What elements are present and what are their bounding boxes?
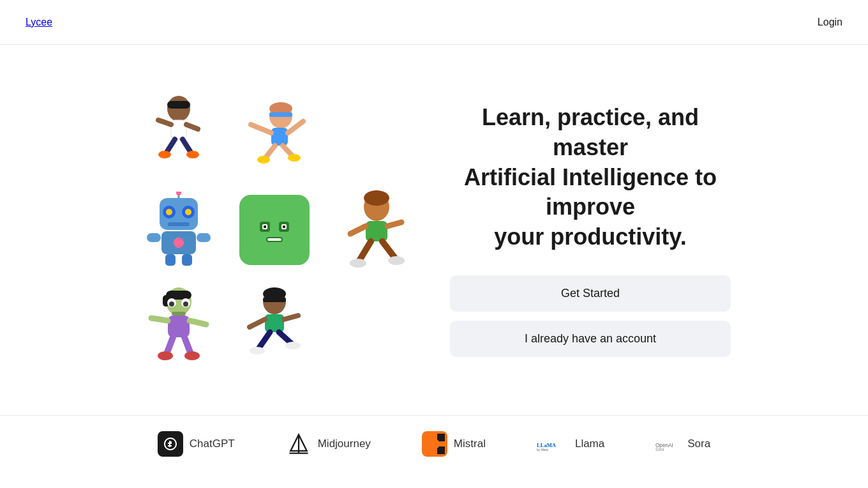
brand-midjourney: Midjourney xyxy=(286,431,371,457)
logo[interactable]: Lycee xyxy=(26,17,52,28)
brands-bar: ChatGPT Midjourney Mistral xyxy=(0,415,868,472)
svg-point-17 xyxy=(257,156,270,164)
svg-point-46 xyxy=(169,301,174,307)
svg-line-72 xyxy=(382,241,395,258)
brand-llama: LLaMA by Meta Llama xyxy=(537,434,604,454)
svg-rect-2 xyxy=(171,120,186,139)
svg-line-62 xyxy=(258,332,270,349)
svg-text:Sora: Sora xyxy=(655,447,664,452)
mistral-icon xyxy=(422,431,447,457)
midjourney-label: Midjourney xyxy=(318,438,371,450)
brand-mistral: Mistral xyxy=(422,431,486,457)
svg-rect-59 xyxy=(265,314,284,332)
svg-line-50 xyxy=(151,318,168,321)
svg-line-63 xyxy=(279,332,292,344)
character-2 xyxy=(239,102,310,166)
svg-point-23 xyxy=(185,209,191,215)
chatgpt-label: ChatGPT xyxy=(190,438,235,450)
character-running-girl xyxy=(239,287,310,364)
svg-rect-24 xyxy=(168,222,190,226)
already-have-account-button[interactable]: I already have an account xyxy=(450,321,731,357)
characters-grid xyxy=(137,93,316,367)
svg-point-74 xyxy=(388,256,405,265)
sora-icon: OpenAI Sora xyxy=(655,431,681,457)
chatgpt-icon xyxy=(158,431,183,457)
character-boy-running xyxy=(341,190,412,280)
svg-line-70 xyxy=(387,222,401,226)
brand-sora: OpenAI Sora Sora xyxy=(655,431,710,457)
svg-rect-1 xyxy=(167,101,190,109)
svg-rect-32 xyxy=(182,254,192,266)
svg-rect-68 xyxy=(366,221,387,241)
svg-line-53 xyxy=(184,337,191,354)
logo-text: Lycee xyxy=(26,17,52,27)
svg-rect-38 xyxy=(283,225,285,228)
brand-chatgpt: ChatGPT xyxy=(158,431,235,457)
mistral-label: Mistral xyxy=(454,438,486,450)
char-cell-1 xyxy=(137,93,220,176)
svg-rect-82 xyxy=(431,440,438,448)
svg-line-60 xyxy=(250,319,265,327)
svg-point-7 xyxy=(158,151,171,158)
char-cell-green xyxy=(233,188,316,271)
svg-rect-30 xyxy=(197,233,211,242)
svg-point-67 xyxy=(364,190,389,206)
sora-label: Sora xyxy=(687,438,710,450)
midjourney-icon xyxy=(286,431,311,457)
svg-point-22 xyxy=(166,209,172,215)
svg-point-55 xyxy=(184,351,200,360)
svg-rect-12 xyxy=(271,128,288,146)
svg-point-64 xyxy=(250,347,265,355)
svg-line-3 xyxy=(158,120,171,125)
svg-line-69 xyxy=(350,226,366,234)
svg-line-71 xyxy=(359,241,371,261)
svg-point-73 xyxy=(350,259,366,268)
char-cell-2 xyxy=(233,93,316,176)
hero-section: Learn, practice, and master Artificial I… xyxy=(0,45,868,415)
llama-icon: LLaMA by Meta xyxy=(537,434,569,454)
svg-rect-48 xyxy=(172,312,186,316)
hero-content: Learn, practice, and master Artificial I… xyxy=(450,103,731,357)
svg-line-13 xyxy=(251,125,271,133)
svg-line-52 xyxy=(167,337,173,354)
svg-rect-31 xyxy=(165,254,176,266)
char-cell-3 xyxy=(137,188,220,271)
svg-rect-11 xyxy=(269,112,292,117)
green-character xyxy=(239,195,310,265)
svg-rect-40 xyxy=(267,238,281,241)
svg-point-65 xyxy=(285,342,301,349)
svg-point-26 xyxy=(176,192,181,195)
char-extra-area xyxy=(354,190,412,270)
svg-rect-49 xyxy=(168,316,190,337)
svg-point-47 xyxy=(183,301,188,307)
svg-point-54 xyxy=(158,351,173,360)
character-1 xyxy=(147,96,211,172)
svg-line-51 xyxy=(190,321,206,324)
svg-rect-42 xyxy=(166,291,191,300)
svg-rect-29 xyxy=(147,233,161,242)
login-button[interactable]: Login xyxy=(818,17,842,28)
get-started-button[interactable]: Get Started xyxy=(450,275,731,312)
svg-point-18 xyxy=(288,154,301,162)
character-zombie xyxy=(144,287,214,364)
svg-text:by Meta: by Meta xyxy=(537,448,548,452)
svg-point-8 xyxy=(186,151,199,158)
svg-line-4 xyxy=(186,125,198,129)
svg-line-61 xyxy=(284,316,298,319)
svg-point-28 xyxy=(174,238,184,248)
svg-rect-58 xyxy=(263,298,286,302)
navbar: Lycee Login xyxy=(0,0,868,45)
char-cell-4 xyxy=(137,284,220,367)
character-robot xyxy=(144,192,214,268)
llama-label: Llama xyxy=(575,438,604,450)
hero-title: Learn, practice, and master Artificial I… xyxy=(450,103,731,252)
svg-rect-37 xyxy=(264,225,266,228)
char-cell-5 xyxy=(233,284,316,367)
